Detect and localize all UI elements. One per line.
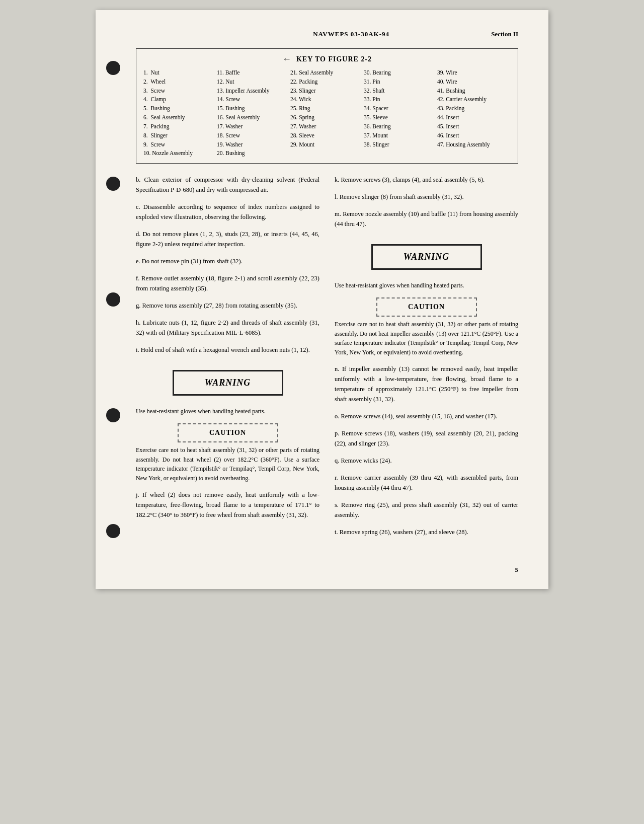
key-item-13: 13. Impeller Assembly (217, 87, 290, 96)
key-item-5: 5. Bushing (143, 104, 217, 113)
page: NAVWEPS 03-30AK-94 Section II ← KEY TO F… (96, 10, 548, 589)
caution-title-1: CAUTION (188, 427, 268, 438)
body-columns: b. Clean exterior of compressor with dry… (136, 175, 518, 544)
para-k: k. Remove screws (3), clamps (4), and se… (335, 175, 518, 185)
key-item-32: 32. Shaft (364, 87, 437, 96)
caution-note-2: Exercise care not to heat shaft assembly… (335, 320, 518, 357)
para-e: e. Do not remove pin (31) from shaft (32… (136, 256, 319, 266)
key-item-45: 45. Insert (437, 122, 511, 131)
key-item-2: 2. Wheel (143, 78, 217, 87)
key-item-24: 24. Wick (290, 95, 364, 104)
key-columns: 1. Nut 2. Wheel 3. Screw 4. Clamp 5. Bus… (143, 68, 511, 158)
key-item-11: 11. Baffle (217, 68, 290, 78)
key-title-row: ← KEY TO FIGURE 2-2 (143, 54, 511, 64)
key-item-10: 10. Nozzle Assembly (143, 149, 217, 158)
key-item-31: 31. Pin (364, 78, 437, 87)
key-item-44: 44. Insert (437, 113, 511, 122)
key-item-19: 19. Washer (217, 140, 290, 149)
key-item-18: 18. Screw (217, 131, 290, 140)
warning-note-2: Use heat-resistant gloves when handling … (335, 281, 518, 290)
key-item-46: 46. Insert (437, 131, 511, 140)
para-f: f. Remove outlet assembly (18, figure 2-… (136, 273, 319, 293)
key-item-37: 37. Mount (364, 131, 437, 140)
key-arrow-icon: ← (282, 54, 291, 64)
margin-circle-5 (106, 524, 120, 538)
header-section: Section II (491, 30, 518, 38)
key-item-42: 42. Carrier Assembly (437, 95, 511, 104)
key-item-39: 39. Wire (437, 68, 511, 78)
para-s: s. Remove ring (25), and press shaft ass… (335, 500, 518, 520)
para-j: j. If wheel (2) does not remove easily, … (136, 490, 319, 520)
key-item-1: 1. Nut (143, 68, 217, 78)
margin-circles (103, 10, 123, 589)
key-item-40: 40. Wire (437, 78, 511, 87)
right-column: k. Remove screws (3), clamps (4), and se… (335, 175, 518, 544)
key-item-30: 30. Bearing (364, 68, 437, 78)
key-item-6: 6. Seal Assembly (143, 113, 217, 122)
key-item-28: 28. Sleeve (290, 131, 364, 140)
key-item-43: 43. Packing (437, 104, 511, 113)
caution-note-1: Exercise care not to heat shaft assembly… (136, 445, 319, 483)
para-o: o. Remove screws (14), seal assembly (15… (335, 411, 518, 421)
key-item-21: 21. Seal Assembly (290, 68, 364, 78)
para-r: r. Remove carrier assembly (39 thru 42),… (335, 473, 518, 493)
key-item-14: 14. Screw (217, 95, 290, 104)
key-item-27: 27. Washer (290, 122, 364, 131)
para-n: n. If impeller assembly (13) cannot be r… (335, 364, 518, 404)
warning-title-1: WARNING (182, 376, 274, 390)
key-item-17: 17. Washer (217, 122, 290, 131)
key-item-22: 22. Packing (290, 78, 364, 87)
para-q: q. Remove wicks (24). (335, 456, 518, 466)
para-p: p. Remove screws (18), washers (19), sea… (335, 428, 518, 448)
caution-box-2: CAUTION (376, 297, 477, 317)
para-l: l. Remove slinger (8) from shaft assembl… (335, 192, 518, 202)
key-item-15: 15. Bushing (217, 104, 290, 113)
key-title: KEY TO FIGURE 2-2 (296, 55, 372, 63)
key-item-9: 9. Screw (143, 140, 217, 149)
key-item-34: 34. Spacer (364, 104, 437, 113)
key-item-38: 38. Slinger (364, 140, 437, 149)
key-item-8: 8. Slinger (143, 131, 217, 140)
key-col-4: 30. Bearing 31. Pin 32. Shaft 33. Pin 34… (364, 68, 437, 158)
margin-circle-4 (106, 408, 120, 422)
para-d: d. Do not remove plates (1, 2, 3), studs… (136, 229, 319, 249)
para-t: t. Remove spring (26), washers (27), and… (335, 527, 518, 537)
margin-circle-2 (106, 177, 120, 191)
page-header: NAVWEPS 03-30AK-94 Section II (136, 30, 518, 38)
key-col-3: 21. Seal Assembly 22. Packing 23. Slinge… (290, 68, 364, 158)
key-item-4: 4. Clamp (143, 95, 217, 104)
key-item-29: 29. Mount (290, 140, 364, 149)
key-item-33: 33. Pin (364, 95, 437, 104)
caution-title-2: CAUTION (386, 302, 467, 313)
key-item-16: 16. Seal Assembly (217, 113, 290, 122)
para-h: h. Lubricate nuts (1, 12, figure 2-2) an… (136, 318, 319, 338)
caution-box-1: CAUTION (178, 423, 278, 442)
key-item-23: 23. Slinger (290, 87, 364, 96)
page-number: 5 (515, 566, 519, 574)
key-item-20: 20. Bushing (217, 149, 290, 158)
key-to-figure-box: ← KEY TO FIGURE 2-2 1. Nut 2. Wheel 3. S… (136, 48, 518, 164)
key-item-26: 26. Spring (290, 113, 364, 122)
key-item-36: 36. Bearing (364, 122, 437, 131)
para-i: i. Hold end of shaft with a hexagonal wr… (136, 345, 319, 355)
para-g: g. Remove torus assembly (27, 28) from r… (136, 301, 319, 311)
left-column: b. Clean exterior of compressor with dry… (136, 175, 319, 544)
key-col-1: 1. Nut 2. Wheel 3. Screw 4. Clamp 5. Bus… (143, 68, 217, 158)
key-item-25: 25. Ring (290, 104, 364, 113)
key-col-5: 39. Wire 40. Wire 41. Bushing 42. Carrie… (437, 68, 511, 158)
margin-circle-1 (106, 61, 120, 75)
key-item-3: 3. Screw (143, 87, 217, 96)
warning-box-1: WARNING (173, 370, 283, 396)
key-item-47: 47. Housing Assembly (437, 140, 511, 149)
warning-box-2: WARNING (371, 244, 482, 270)
key-col-2: 11. Baffle 12. Nut 13. Impeller Assembly… (217, 68, 290, 158)
key-item-41: 41. Bushing (437, 87, 511, 96)
header-doc-number: NAVWEPS 03-30AK-94 (313, 30, 389, 38)
para-c: c. Disassemble according to sequence of … (136, 202, 319, 222)
para-b: b. Clean exterior of compressor with dry… (136, 175, 319, 195)
key-item-7: 7. Packing (143, 122, 217, 131)
key-item-35: 35. Sleeve (364, 113, 437, 122)
margin-circle-3 (106, 292, 120, 307)
para-m: m. Remove nozzle assembly (10) and baffl… (335, 209, 518, 229)
key-item-12: 12. Nut (217, 78, 290, 87)
